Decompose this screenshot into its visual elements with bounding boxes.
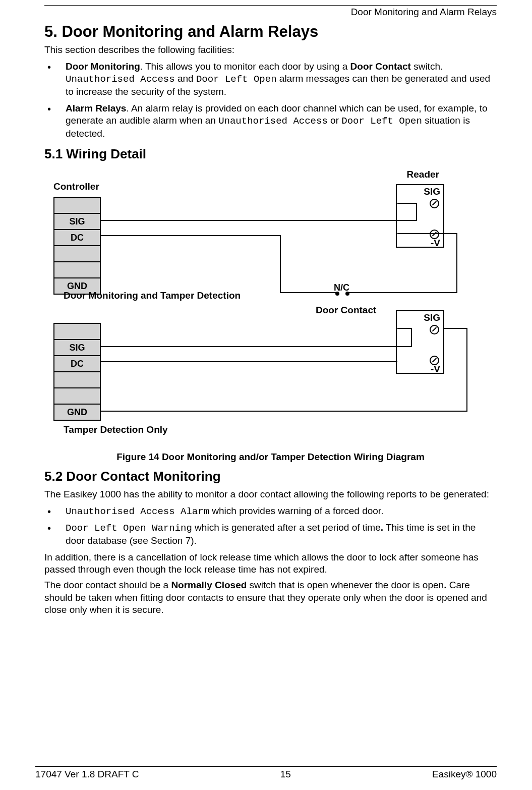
list-item: Door Monitoring. This allows you to moni… [44,61,497,98]
text: The door contact should be a [44,580,171,590]
footer-page-number: 15 [280,769,291,780]
dcm-intro: The Easikey 1000 has the ability to moni… [44,488,497,501]
page-footer: 17047 Ver 1.8 DRAFT C 15 Easikey® 1000 [35,766,497,780]
dcm-p2: In addition, there is a cancellation of … [44,551,497,576]
mono-text: Unauthorised Access [218,116,328,127]
text: which provides warning of a forced door. [209,505,383,516]
footer-left: 17047 Ver 1.8 DRAFT C [35,769,139,780]
mono-text: Door Left Open [196,74,277,85]
text: . This allows you to monitor each door b… [140,61,350,72]
list-item: Door Left Open Warning which is generate… [44,522,497,547]
figure-caption: Figure 14 Door Monitoring and/or Tamper … [44,452,497,463]
wiring-title: 5.1 Wiring Detail [44,146,497,162]
bullet-lead: Door Monitoring [66,61,140,72]
section-title: 5. Door Monitoring and Alarm Relays [44,23,497,41]
dcm-p3: The door contact should be a Normally Cl… [44,579,497,616]
text: or [328,115,341,126]
text-bold: Normally Closed [171,580,247,590]
bullet-lead: Alarm Relays [66,103,126,114]
text: switch that is open whenever the door is… [247,580,444,590]
mono-text: Unauthorised Access [66,74,175,85]
list-item: Alarm Relays. An alarm relay is provided… [44,102,497,140]
text: and [175,73,196,84]
mono-text: Door Left Open Warning [66,523,192,534]
svg-point-0 [335,292,339,296]
wiring-diagram: Controller Reader SIG DC GND SIG -V SIG … [48,169,487,446]
dcm-list: Unauthorised Access Alarm which provides… [44,505,497,547]
running-header: Door Monitoring and Alarm Relays [44,7,497,18]
mono-text: Door Left Open [341,116,422,127]
footer-right: Easikey® 1000 [432,769,497,780]
text: switch. [411,61,443,72]
text: which is generated after a set period of… [192,522,381,533]
facility-list: Door Monitoring. This allows you to moni… [44,61,497,140]
dcm-title: 5.2 Door Contact Monitoring [44,469,497,484]
list-item: Unauthorised Access Alarm which provides… [44,505,497,518]
text-bold: Door Contact [350,61,411,72]
mono-text: Unauthorised Access Alarm [66,506,209,517]
intro-text: This section describes the following fac… [44,44,497,57]
wiring-svg [48,169,487,446]
